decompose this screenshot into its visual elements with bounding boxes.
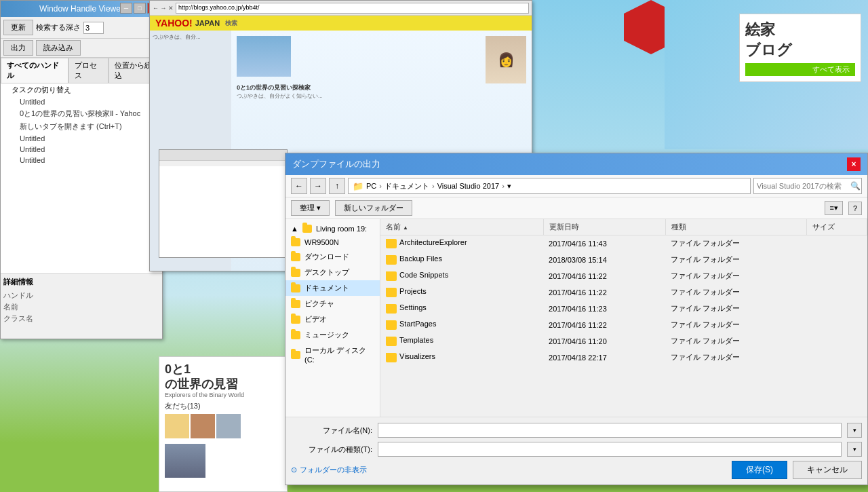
- sidebar-item-video[interactable]: ビデオ: [285, 311, 380, 327]
- table-row[interactable]: Projects 2017/04/16 11:22 ファイル フォルダー: [380, 284, 867, 301]
- cell-name: StartPages: [380, 317, 543, 333]
- cell-date: 2017/04/16 11:23: [543, 301, 665, 317]
- tree-item-untitled-3[interactable]: Untitled: [1, 144, 162, 155]
- cell-size: [807, 349, 867, 366]
- up-button[interactable]: ↑: [329, 178, 345, 194]
- search-input[interactable]: [757, 182, 850, 190]
- sidebar-item-living-room[interactable]: ▲ Living room 19:: [285, 222, 380, 235]
- table-header-row: 名前 ▲ 更新日時 種類 サイズ: [380, 219, 867, 235]
- col-name[interactable]: 名前 ▲: [380, 219, 543, 235]
- cell-name: ArchitectureExplorer: [380, 235, 543, 252]
- breadcrumb-documents[interactable]: ドキュメント: [384, 181, 429, 191]
- whv-maximize-btn[interactable]: □: [134, 3, 146, 14]
- sidebar-item-local-disk[interactable]: ローカル ディスク (C:: [285, 343, 380, 366]
- whv-details: 詳細情報 ハンドル 名前 クラス名: [1, 273, 162, 327]
- whv-minimize-btn[interactable]: ─: [120, 3, 132, 14]
- update-button[interactable]: 更新: [3, 20, 33, 35]
- cancel-button[interactable]: キャンセル: [793, 461, 862, 479]
- table-row[interactable]: StartPages 2017/04/16 11:22 ファイル フォルダー: [380, 317, 867, 333]
- whv-title: Window Handle Viewer: [39, 4, 123, 14]
- view-button[interactable]: ≡▾: [825, 201, 842, 215]
- bottom-blog: 0と1の世界の見習 Explorers of the Binary World …: [159, 356, 288, 492]
- new-folder-button[interactable]: 新しいフォルダー: [335, 200, 412, 216]
- filename-dropdown-btn[interactable]: ▾: [847, 423, 862, 438]
- avatar-2: [191, 414, 215, 438]
- col-type[interactable]: 種類: [665, 219, 807, 235]
- sidebar-item-wr9500n[interactable]: WR9500N: [285, 235, 380, 249]
- tab-all-handles[interactable]: すべてのハンドル: [1, 58, 68, 83]
- cell-type: ファイル フォルダー: [665, 268, 807, 284]
- cell-name: Projects: [380, 284, 543, 301]
- table-row[interactable]: ArchitectureExplorer 2017/04/16 11:43 ファ…: [380, 235, 867, 252]
- help-button[interactable]: ?: [848, 202, 862, 215]
- organize-button[interactable]: 整理 ▾: [291, 200, 330, 216]
- table-row[interactable]: Code Snippets 2017/04/16 11:22 ファイル フォルダ…: [380, 268, 867, 284]
- file-table: 名前 ▲ 更新日時 種類 サイズ ArchitectureExplorer 20…: [380, 219, 867, 366]
- bottom-blog-content: 0と1の世界の見習 Explorers of the Binary World …: [159, 357, 287, 485]
- search-box: 🔍: [753, 178, 862, 194]
- filetype-dropdown-btn[interactable]: ▾: [847, 442, 862, 457]
- tree-item-untitled-4[interactable]: Untitled: [1, 155, 162, 166]
- sidebar-label-download: ダウンロード: [304, 252, 349, 262]
- cell-size: [807, 301, 867, 317]
- filetype-input[interactable]: Window Handle Viewer Dump File (*.whvd): [378, 442, 842, 457]
- col-size[interactable]: サイズ: [807, 219, 867, 235]
- cell-type: ファイル フォルダー: [665, 301, 807, 317]
- folder-icon-desktop: [291, 269, 300, 277]
- breadcrumb-folder-icon: 📁: [353, 181, 363, 191]
- breadcrumb-visual-studio[interactable]: Visual Studio 2017: [437, 182, 500, 190]
- avatar-3: [216, 414, 241, 438]
- depth-input[interactable]: [83, 22, 104, 34]
- col-date[interactable]: 更新日時: [543, 219, 665, 235]
- load-button[interactable]: 読み込み: [36, 40, 81, 56]
- breadcrumb-sep-1: ›: [379, 182, 382, 190]
- save-button[interactable]: 保存(S): [732, 461, 787, 479]
- folder-toggle-link[interactable]: ⊙ フォルダーの非表示: [291, 465, 367, 475]
- tree-item-blog[interactable]: 0と1の世界の見習い探検家Ⅱ - Yahoc: [1, 107, 162, 120]
- tree-item-untitled-2[interactable]: Untitled: [1, 133, 162, 144]
- show-all-btn[interactable]: すべて表示: [745, 63, 855, 76]
- cell-date: 2017/04/16 11:22: [543, 284, 665, 301]
- cell-type: ファイル フォルダー: [665, 317, 807, 333]
- search-link: 検索: [225, 19, 237, 28]
- table-row[interactable]: Settings 2017/04/16 11:23 ファイル フォルダー: [380, 301, 867, 317]
- table-row[interactable]: Templates 2017/04/16 11:20 ファイル フォルダー: [380, 333, 867, 349]
- forward-button[interactable]: →: [310, 178, 326, 194]
- tree-item-untitled-1[interactable]: Untitled: [1, 96, 162, 107]
- cell-size: [807, 268, 867, 284]
- sidebar-item-download[interactable]: ダウンロード: [285, 249, 380, 265]
- blog2-content: [159, 161, 287, 166]
- japan-text: JAPAN: [195, 19, 220, 27]
- back-button[interactable]: ←: [291, 178, 307, 194]
- filename-input[interactable]: [378, 423, 842, 438]
- cell-date: 2017/04/16 11:20: [543, 333, 665, 349]
- tree-item-new-tab[interactable]: 新しいタブを開きます (Ctrl+T): [1, 120, 162, 133]
- cell-name: Code Snippets: [380, 268, 543, 284]
- sidebar-item-documents[interactable]: ドキュメント: [285, 280, 380, 296]
- breadcrumb-pc[interactable]: PC: [366, 182, 376, 190]
- cell-name: Visualizers: [380, 349, 543, 366]
- output-button[interactable]: 出力: [3, 40, 33, 56]
- footer-actions: ⊙ フォルダーの非表示 保存(S) キャンセル: [291, 461, 862, 479]
- sidebar-item-pictures[interactable]: ピクチャ: [285, 296, 380, 311]
- table-row[interactable]: Visualizers 2017/04/18 22:17 ファイル フォルダー: [380, 349, 867, 366]
- cell-date: 2017/04/16 11:22: [543, 317, 665, 333]
- tab-process[interactable]: プロセス: [68, 58, 108, 83]
- tree-item-task-switch[interactable]: タスクの切り替え: [1, 83, 162, 96]
- folder-icon-living-room: [302, 225, 312, 233]
- dialog-close-button[interactable]: ×: [847, 157, 861, 171]
- cell-size: [807, 284, 867, 301]
- folder-icon-video: [291, 316, 300, 324]
- depth-label: 検索する深さ: [36, 22, 81, 33]
- breadcrumb-dropdown-btn[interactable]: ▾: [507, 182, 511, 191]
- folder-icon-local-disk: [291, 351, 300, 359]
- blog-url-bar[interactable]: http://blogs.yahoo.co.jp/ybb4t/: [176, 3, 529, 14]
- right-panel: 絵家ブログ すべて表示: [665, 0, 868, 149]
- right-blog-box: 絵家ブログ すべて表示: [739, 14, 861, 82]
- breadcrumb-sep-2: ›: [432, 182, 435, 190]
- table-row[interactable]: Backup Files 2018/03/08 15:14 ファイル フォルダー: [380, 252, 867, 268]
- sidebar-item-desktop[interactable]: デスクトップ: [285, 265, 380, 280]
- toggle-icon: ⊙: [291, 466, 297, 474]
- avatar-1: [165, 414, 189, 438]
- sidebar-item-music[interactable]: ミュージック: [285, 327, 380, 343]
